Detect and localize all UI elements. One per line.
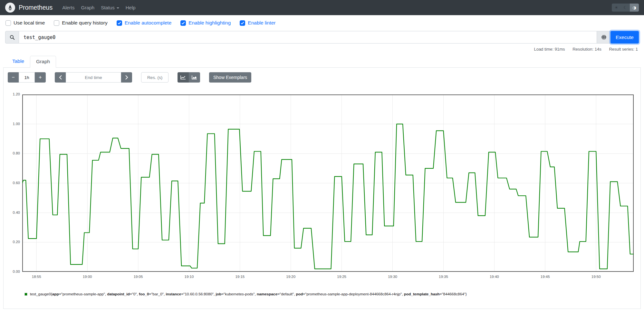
load-time: Load time: 91ms	[534, 47, 565, 52]
stacked-area-icon	[192, 75, 197, 80]
back-time-button[interactable]	[55, 72, 66, 83]
checkbox-label: Use local time	[14, 20, 45, 26]
x-tick-label: 19:45	[535, 275, 555, 279]
theme-toggle-group: ☀ ☾ ◑	[612, 4, 639, 12]
metrics-explorer-button[interactable]	[597, 31, 611, 44]
query-input[interactable]	[19, 31, 597, 44]
checkbox-box	[180, 20, 186, 26]
range-input[interactable]	[19, 72, 35, 83]
checkbox-autocomplete[interactable]: Enable autocomplete	[117, 20, 172, 26]
check-icon	[241, 21, 244, 25]
chevron-left-icon	[59, 75, 62, 80]
legend-item[interactable]: test_gauge0{app="prometheus-sample-app",…	[24, 292, 640, 296]
checkbox-box	[5, 20, 11, 26]
checkbox-box	[54, 20, 59, 26]
x-tick-label: 18:55	[26, 275, 47, 279]
line-chart-icon	[180, 75, 186, 80]
range-group: − +	[8, 72, 46, 83]
tab-graph[interactable]: Graph	[30, 56, 56, 68]
chart-type-toggle	[178, 72, 200, 83]
y-tick-label: 0.60	[8, 181, 20, 185]
graph-panel: − +	[3, 68, 641, 309]
show-exemplars-button[interactable]: Show Exemplars	[209, 72, 251, 83]
x-tick-label: 19:10	[179, 275, 199, 279]
prometheus-logo-icon[interactable]	[5, 3, 15, 13]
tab-table[interactable]: Table	[6, 56, 30, 67]
query-bar: Execute	[5, 31, 639, 44]
query-stats: Load time: 91ms Resolution: 14s Result s…	[0, 47, 638, 52]
checkbox-query-history[interactable]: Enable query history	[54, 20, 107, 26]
navbar: Prometheus Alerts Graph Status Help ☀ ☾ …	[0, 0, 644, 15]
tab-bar: Table Graph	[3, 56, 641, 68]
chevron-right-icon	[125, 75, 128, 80]
series-color-swatch	[24, 293, 27, 296]
increase-range-button[interactable]: +	[35, 72, 46, 83]
x-tick-label: 19:15	[230, 275, 250, 279]
x-tick-label: 19:25	[332, 275, 352, 279]
y-tick-label: 0.80	[8, 151, 20, 155]
torch-flame-icon	[7, 4, 14, 11]
nav-link-help[interactable]: Help	[122, 5, 139, 10]
resolution: Resolution: 14s	[572, 47, 601, 52]
nav-link-alerts[interactable]: Alerts	[59, 5, 78, 10]
chevron-down-icon	[117, 7, 119, 9]
checkbox-box	[240, 20, 245, 26]
x-tick-label: 19:50	[586, 275, 606, 279]
plot-canvas[interactable]	[22, 94, 634, 272]
x-tick-label: 19:00	[77, 275, 98, 279]
checkbox-label: Enable autocomplete	[125, 20, 172, 26]
auto-theme-button[interactable]: ◑	[630, 4, 639, 12]
dark-theme-button[interactable]: ☾	[621, 4, 630, 12]
series-line[interactable]	[22, 124, 634, 269]
end-time-group	[55, 72, 132, 83]
check-icon	[118, 21, 121, 25]
y-tick-label: 0.40	[8, 211, 20, 214]
globe-icon	[601, 35, 607, 40]
y-tick-label: 1.20	[8, 92, 20, 96]
forward-time-button[interactable]	[121, 72, 132, 83]
decrease-range-button[interactable]: −	[8, 72, 19, 83]
search-addon	[5, 31, 19, 44]
end-time-input[interactable]	[66, 72, 121, 83]
nav-link-graph[interactable]: Graph	[78, 5, 98, 10]
x-tick-label: 19:20	[281, 275, 301, 279]
light-theme-button[interactable]: ☀	[612, 4, 621, 12]
series-label: test_gauge0{app="prometheus-sample-app",…	[30, 292, 467, 296]
options-row: Use local time Enable query history Enab…	[0, 15, 644, 26]
search-icon	[10, 35, 15, 40]
check-icon	[181, 21, 185, 25]
checkbox-label: Enable linter	[248, 20, 275, 26]
checkbox-box	[117, 20, 122, 26]
app-title[interactable]: Prometheus	[19, 4, 53, 11]
checkbox-linter[interactable]: Enable linter	[240, 20, 275, 26]
line-chart-button[interactable]	[178, 72, 189, 83]
nav-link-status[interactable]: Status	[98, 5, 122, 10]
stacked-chart-button[interactable]	[189, 72, 200, 83]
checkbox-label: Enable highlighting	[188, 20, 231, 26]
x-tick-label: 19:35	[433, 275, 454, 279]
checkbox-use-local-time[interactable]: Use local time	[5, 20, 45, 26]
moon-icon: ☾	[623, 5, 627, 10]
y-tick-label: 0.00	[8, 270, 20, 273]
sun-icon: ☀	[614, 5, 618, 10]
execute-button[interactable]: Execute	[610, 31, 639, 44]
x-tick-label: 19:40	[484, 275, 505, 279]
result-series: Result series: 1	[609, 47, 638, 52]
graph-controls: − +	[8, 72, 640, 83]
y-tick-label: 0.20	[8, 240, 20, 244]
x-tick-label: 19:30	[382, 275, 403, 279]
y-tick-label: 1.00	[8, 122, 20, 126]
half-circle-icon: ◑	[632, 5, 636, 10]
checkbox-label: Enable query history	[62, 20, 107, 26]
resolution-input[interactable]	[141, 72, 168, 83]
x-tick-label: 19:05	[128, 275, 149, 279]
checkbox-highlighting[interactable]: Enable highlighting	[180, 20, 231, 26]
graph-chart: 0.000.200.400.600.801.001.2018:5519:0019…	[8, 94, 640, 284]
